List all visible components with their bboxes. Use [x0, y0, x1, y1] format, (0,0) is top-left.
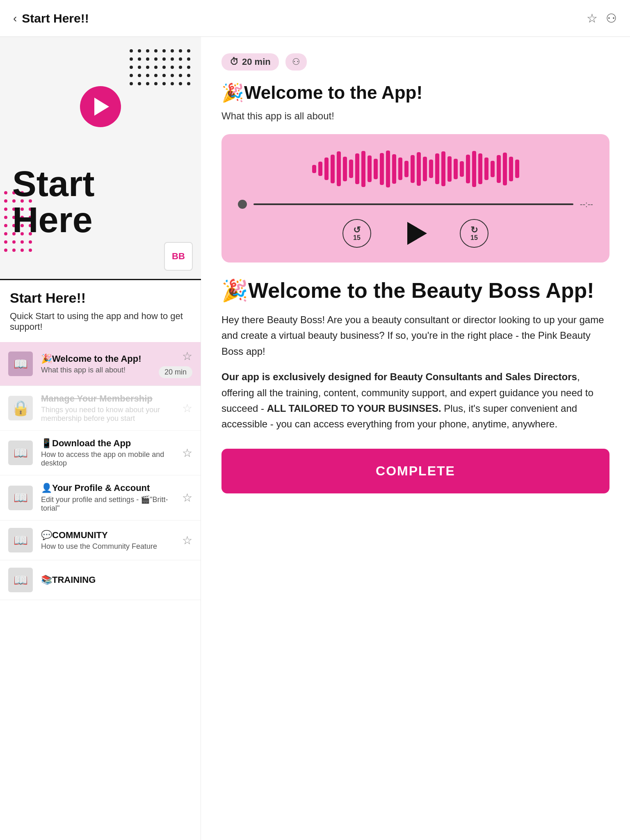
wave-bar	[503, 153, 507, 185]
bookmark-icon[interactable]: ☆	[587, 11, 598, 25]
play-triangle-icon	[94, 98, 109, 116]
wave-bar	[417, 152, 421, 186]
audio-player: --:-- ↺ 15 ↻ 15	[221, 134, 609, 262]
wave-bar	[435, 153, 439, 184]
lesson-name: 📱Download the App	[41, 438, 174, 449]
decorative-dots-top	[130, 49, 193, 88]
lesson-name: 📚TRAINING	[41, 575, 192, 585]
wave-bar	[355, 153, 359, 184]
lesson-heading: 🎉Welcome to the App!	[221, 82, 609, 104]
main-layout: Start Here BB Start Here!! Quick Start t…	[0, 37, 630, 840]
book-icon: 📖	[14, 357, 28, 371]
lesson-icon-training: 📖	[8, 568, 33, 592]
course-subtitle: Quick Start to using the app and how to …	[10, 311, 191, 332]
body-bold-2: ALL TAILORED TO YOUR BUSINSES.	[267, 403, 441, 414]
lesson-icon-welcome: 📖	[8, 352, 33, 376]
star-icon[interactable]: ☆	[182, 491, 192, 504]
back-button[interactable]: ‹	[13, 12, 17, 25]
hero-text: Start Here	[12, 166, 95, 238]
header-icons: ☆ ⚇	[587, 11, 617, 25]
wave-bar	[497, 155, 501, 183]
list-item[interactable]: 📖 👤Your Profile & Account Edit your prof…	[0, 475, 201, 520]
left-column: Start Here BB Start Here!! Quick Start t…	[0, 37, 201, 840]
meta-row: ⏱ 20 min ⚇	[221, 53, 609, 71]
star-icon[interactable]: ☆	[182, 534, 192, 547]
wave-bar	[312, 165, 316, 173]
wave-bar	[361, 151, 365, 187]
right-column: ⏱ 20 min ⚇ 🎉Welcome to the App! What thi…	[201, 37, 630, 840]
lock-icon: 🔒	[11, 399, 30, 417]
wave-bar	[337, 151, 341, 186]
list-item[interactable]: 📖 📚TRAINING	[0, 560, 201, 600]
star-icon[interactable]: ☆	[182, 446, 192, 460]
forward-seconds: 15	[470, 235, 478, 241]
wave-bar	[392, 154, 396, 184]
wave-bar	[472, 151, 476, 187]
lesson-icon-download: 📖	[8, 441, 33, 465]
book-icon: 📖	[14, 534, 28, 547]
lesson-icon-membership: 📖 🔒	[8, 396, 33, 420]
link-badge-button[interactable]: ⚇	[285, 53, 307, 71]
rewind-button[interactable]: ↺ 15	[342, 219, 371, 248]
rewind-arrow-icon: ↺	[353, 226, 361, 235]
lesson-text-membership: Manage Your Membership Things you need t…	[41, 393, 174, 423]
wave-bar	[411, 155, 415, 183]
wave-bar	[324, 158, 329, 180]
wave-bar	[343, 157, 347, 181]
body-text-2: Our app is exclusively designed for Beau…	[221, 369, 609, 432]
list-item[interactable]: 📖 💬COMMUNITY How to use the Community Fe…	[0, 520, 201, 560]
time-label: 20 min	[242, 57, 271, 67]
course-title-section: Start Here!! Quick Start to using the ap…	[0, 280, 201, 332]
wave-bar	[374, 159, 378, 179]
wave-bar	[404, 161, 409, 177]
wave-bar	[491, 161, 495, 177]
lesson-name: Manage Your Membership	[41, 393, 174, 404]
lesson-text-training: 📚TRAINING	[41, 575, 192, 585]
hero-play-button[interactable]	[80, 86, 121, 127]
rewind-seconds: 15	[353, 235, 361, 241]
app-header: ‹ Start Here!! ☆ ⚇	[0, 0, 630, 37]
lesson-desc: What this app is all about!	[41, 366, 151, 374]
lesson-desc: Edit your profile and settings - 🎬"Britt…	[41, 495, 174, 513]
progress-indicator[interactable]	[238, 200, 247, 209]
lesson-right-welcome: ☆ 20 min	[159, 349, 192, 378]
wave-bar	[460, 161, 464, 177]
lesson-name: 🎉Welcome to the App!	[41, 354, 151, 364]
wave-bar	[349, 160, 353, 178]
complete-button[interactable]: COMPLETE	[221, 449, 609, 493]
hero-here-text: Here	[12, 202, 95, 238]
wave-bar	[509, 157, 513, 181]
duration-badge: 20 min	[159, 366, 192, 378]
forward-arrow-icon: ↻	[470, 226, 478, 235]
forward-button[interactable]: ↻ 15	[460, 219, 488, 248]
list-item[interactable]: 📖 📱Download the App How to access the ap…	[0, 431, 201, 475]
lesson-text-welcome: 🎉Welcome to the App! What this app is al…	[41, 354, 151, 374]
body-bold-1: Our app is exclusively designed for Beau…	[221, 371, 577, 382]
progress-row: --:--	[238, 200, 593, 209]
wave-bar	[398, 158, 402, 180]
wave-bar	[423, 157, 427, 181]
lesson-right-profile: ☆	[182, 491, 192, 504]
wave-bar	[441, 151, 445, 186]
wave-bar	[380, 153, 384, 185]
lesson-name: 👤Your Profile & Account	[41, 483, 174, 493]
wave-bar	[515, 160, 519, 178]
play-triangle-icon	[407, 222, 427, 245]
star-icon[interactable]: ☆	[182, 349, 192, 363]
time-badge: ⏱ 20 min	[221, 53, 279, 71]
progress-track[interactable]	[253, 203, 573, 205]
lesson-icon-community: 📖	[8, 528, 33, 552]
book-icon: 📖	[14, 446, 28, 460]
wave-bar	[447, 156, 452, 182]
play-button[interactable]	[404, 222, 427, 245]
lesson-right-community: ☆	[182, 534, 192, 547]
hero-start-text: Start	[12, 166, 95, 202]
lesson-desc: Things you need to know about your membe…	[41, 406, 174, 423]
wave-bar	[318, 162, 322, 176]
list-item[interactable]: 📖 🎉Welcome to the App! What this app is …	[0, 342, 201, 386]
list-item[interactable]: 📖 🔒 Manage Your Membership Things you ne…	[0, 386, 201, 431]
lesson-text-download: 📱Download the App How to access the app …	[41, 438, 174, 468]
book-icon: 📖	[14, 573, 28, 587]
link-icon[interactable]: ⚇	[606, 11, 617, 25]
clock-icon: ⏱	[230, 57, 239, 67]
